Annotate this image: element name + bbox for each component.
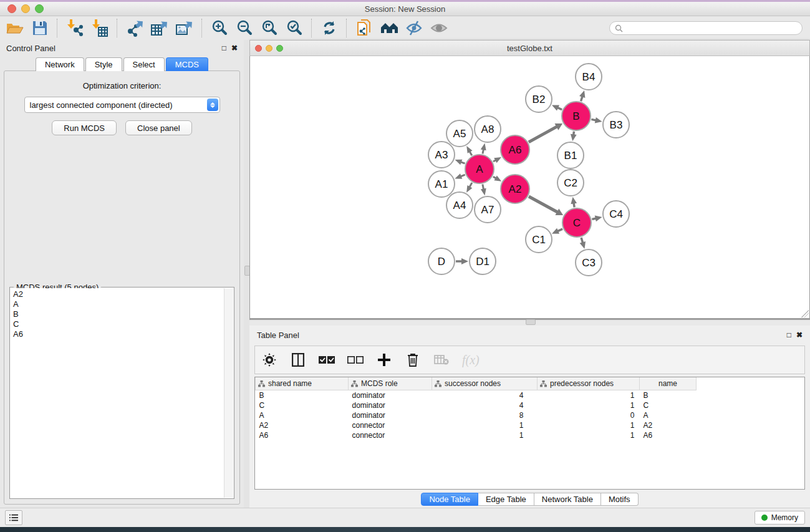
edge-A2-C[interactable] [529,196,558,213]
close-panel-icon[interactable]: ✖ [796,331,803,339]
export-network-button[interactable] [123,18,146,38]
table-row[interactable]: Bdominator41B [256,390,697,401]
table-row[interactable]: Adominator80A [256,410,697,420]
cell-shared-name: C [256,400,349,410]
tab-network[interactable]: Network [36,57,84,71]
table-row[interactable]: Cdominator41C [256,400,697,410]
mcds-result-item[interactable]: A [13,299,222,309]
refresh-button[interactable] [318,18,340,38]
add-column-button[interactable] [376,352,392,368]
run-mcds-button[interactable]: Run MCDS [52,120,117,135]
column-label: MCDS role [361,379,398,388]
column-header-predecessor-nodes[interactable]: predecessor nodes [538,377,640,390]
mcds-result-item[interactable]: C [13,319,222,329]
node-label-C: C [573,217,581,229]
import-network-button[interactable] [64,18,86,38]
window-resize-grip[interactable] [801,310,809,317]
cell-MCDS-role: dominator [349,410,432,420]
export-table-button[interactable] [148,18,171,38]
tab-style[interactable]: Style [85,57,122,71]
optimization-criterion-label: Optimization criterion: [4,81,239,90]
zoom-out-button[interactable] [233,18,256,38]
float-panel-icon[interactable]: □ [222,44,226,52]
function-builder-button-disabled[interactable]: f(x) [462,352,480,368]
home-layout-button[interactable] [378,18,400,38]
main-area: Control Panel □ ✖ NetworkStyleSelectMCDS… [0,40,810,508]
control-panel-tabs: NetworkStyleSelectMCDS [0,57,244,71]
arrowhead [595,216,602,222]
table-options-button[interactable] [261,352,277,368]
close-panel-button[interactable]: Close panel [125,120,192,135]
delete-column-button[interactable] [405,352,421,368]
horizontal-splitter[interactable] [249,319,810,326]
tab-node-table[interactable]: Node Table [421,493,478,506]
import-network-icon [66,19,84,37]
open-session-button[interactable] [4,18,26,38]
save-session-button[interactable] [29,18,51,38]
node-table-container[interactable]: shared nameMCDS rolesuccessor nodesprede… [254,377,805,490]
tab-edge-table[interactable]: Edge Table [478,493,534,506]
save-floppy-icon [32,20,48,36]
splitter-grip[interactable] [526,319,536,325]
import-table-button[interactable] [89,18,111,38]
table-row[interactable]: A6connector11A6 [256,430,697,440]
column-edit-icon [258,380,265,387]
zoom-in-button[interactable] [208,18,231,38]
node-table-header-row: shared nameMCDS rolesuccessor nodesprede… [256,377,697,390]
mcds-result-scrollbar[interactable] [224,288,233,498]
cell-name: B [640,390,697,401]
node-label-A6: A6 [509,144,522,156]
tab-select[interactable]: Select [123,57,165,71]
hide-panel-button[interactable] [403,18,425,38]
search-icon [615,24,623,32]
search-input[interactable] [626,23,797,33]
window-title: Session: New Session [0,4,810,14]
criterion-dropdown-value: largest connected component (directed) [25,100,207,110]
zoom-fit-button[interactable] [258,18,281,38]
delete-table-icon [434,354,449,365]
arrowhead [580,241,586,249]
control-panel: Control Panel □ ✖ NetworkStyleSelectMCDS… [0,40,244,508]
criterion-dropdown[interactable]: largest connected component (directed) [24,97,220,113]
cell-successor-nodes: 1 [432,420,538,430]
mcds-result-item[interactable]: A6 [13,329,222,339]
refresh-icon [321,19,338,37]
select-all-button[interactable] [319,352,335,368]
vertical-splitter[interactable] [244,40,249,508]
column-header-name[interactable]: name [640,377,697,390]
column-header-MCDS-role[interactable]: MCDS role [349,377,432,390]
table-row[interactable]: A2connector11A2 [256,420,697,430]
node-label-C1: C1 [532,234,546,246]
node-table: shared nameMCDS rolesuccessor nodesprede… [255,377,697,440]
mcds-result-list[interactable]: A2ABCA6 [11,288,224,498]
tab-network-table[interactable]: Network Table [534,493,601,506]
node-label-B: B [572,110,579,122]
mcds-result-item[interactable]: B [13,309,222,319]
copy-network-button[interactable] [353,18,375,38]
close-panel-icon[interactable]: ✖ [231,44,238,52]
memory-label: Memory [771,513,798,522]
show-panels-list-button[interactable] [5,510,22,525]
tab-motifs[interactable]: Motifs [601,493,639,506]
arrowhead [481,188,486,196]
deselect-all-button[interactable] [347,352,364,368]
export-network-icon [125,19,144,37]
float-panel-icon[interactable]: □ [787,331,791,339]
export-image-button[interactable] [173,18,196,38]
show-columns-button[interactable] [290,352,306,368]
column-edit-icon [351,380,358,387]
edge-A6-B[interactable] [529,126,557,142]
network-canvas[interactable]: B4B2BB3A5A8A6B1A3AC2A1A2A4A7C4CC1C3DD1 [249,56,810,319]
gear-icon [263,353,276,367]
memory-button[interactable]: Memory [755,511,805,525]
show-panel-button[interactable] [428,18,450,38]
zoom-selected-button[interactable] [283,18,306,38]
delete-table-button-disabled[interactable] [433,352,450,368]
mcds-result-item[interactable]: A2 [13,289,222,299]
arrowhead [571,134,577,142]
search-field[interactable] [609,21,803,35]
column-header-shared-name[interactable]: shared name [256,377,349,390]
network-graph[interactable]: B4B2BB3A5A8A6B1A3AC2A1A2A4A7C4CC1C3DD1 [250,56,809,318]
column-header-successor-nodes[interactable]: successor nodes [432,377,538,390]
tab-mcds[interactable]: MCDS [166,57,208,71]
